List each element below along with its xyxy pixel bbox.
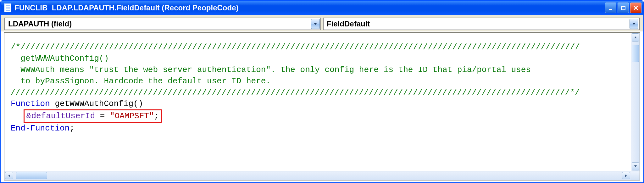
svg-rect-0 bbox=[609, 9, 612, 10]
editor-body: /*//////////////////////////////////////… bbox=[4, 33, 640, 171]
titlebar[interactable]: FUNCLIB_LDAP.LDAPAUTH.FieldDefault (Reco… bbox=[1, 1, 643, 15]
scroll-left-button[interactable] bbox=[5, 172, 13, 179]
field-selector-value: LDAPAUTH (field) bbox=[8, 19, 311, 28]
code-editor-window: FUNCLIB_LDAP.LDAPAUTH.FieldDefault (Reco… bbox=[0, 0, 644, 183]
window-controls bbox=[605, 3, 641, 13]
comment-line: /*//////////////////////////////////////… bbox=[11, 42, 580, 52]
scroll-down-button[interactable] bbox=[632, 162, 639, 170]
event-selector-value: FieldDefault bbox=[327, 19, 630, 28]
svg-rect-2 bbox=[621, 6, 625, 7]
minimize-button[interactable] bbox=[605, 3, 616, 13]
chevron-right-icon bbox=[625, 174, 627, 177]
vertical-scroll-thumb[interactable] bbox=[632, 45, 639, 62]
chevron-up-icon bbox=[634, 36, 637, 39]
maximize-icon bbox=[621, 5, 626, 10]
vertical-scroll-track[interactable] bbox=[631, 42, 640, 162]
field-selector[interactable]: LDAPAUTH (field) bbox=[4, 18, 321, 30]
comment-line: ////////////////////////////////////////… bbox=[11, 88, 580, 97]
horizontal-scroll-track[interactable] bbox=[14, 171, 621, 180]
scrollbar-corner bbox=[631, 171, 640, 180]
indent bbox=[11, 111, 25, 121]
vertical-scrollbar[interactable] bbox=[631, 33, 640, 171]
horizontal-scrollbar[interactable] bbox=[4, 171, 640, 180]
semicolon: ; bbox=[154, 111, 159, 121]
document-icon bbox=[4, 3, 11, 12]
selector-toolbar: LDAPAUTH (field) FieldDefault bbox=[1, 15, 643, 31]
horizontal-scroll-thumb[interactable] bbox=[16, 172, 47, 179]
minimize-icon bbox=[608, 5, 613, 10]
comment-line: WWWAuth means "trust the web server auth… bbox=[11, 65, 531, 75]
equals: = bbox=[95, 111, 110, 121]
semicolon: ; bbox=[69, 124, 75, 133]
scroll-right-button[interactable] bbox=[622, 172, 630, 179]
chevron-down-icon bbox=[634, 165, 637, 168]
close-icon bbox=[633, 5, 638, 10]
chevron-left-icon bbox=[8, 174, 10, 177]
function-name: getWWWAuthConfig() bbox=[50, 99, 143, 108]
comment-line: to byPassSignon. Hardcode the default us… bbox=[11, 76, 271, 86]
highlighted-line: &defaultUserId = "OAMPSFT"; bbox=[24, 109, 162, 123]
chevron-down-icon bbox=[314, 23, 317, 25]
string-literal: "OAMPSFT" bbox=[110, 111, 154, 121]
maximize-button[interactable] bbox=[618, 3, 629, 13]
chevron-down-icon bbox=[632, 23, 636, 25]
scroll-up-button[interactable] bbox=[632, 33, 639, 42]
close-button[interactable] bbox=[630, 3, 641, 13]
editor: /*//////////////////////////////////////… bbox=[4, 32, 640, 180]
variable: &defaultUserId bbox=[26, 111, 95, 121]
keyword-endfunction: End-Function bbox=[11, 124, 69, 133]
code-area[interactable]: /*//////////////////////////////////////… bbox=[4, 33, 631, 171]
field-selector-dropdown-button[interactable] bbox=[311, 19, 320, 29]
comment-line: getWWWAuthConfig() bbox=[11, 54, 109, 63]
window-title: FUNCLIB_LDAP.LDAPAUTH.FieldDefault (Reco… bbox=[14, 3, 605, 12]
keyword-function: Function bbox=[11, 99, 50, 108]
event-selector-dropdown-button[interactable] bbox=[630, 19, 638, 29]
event-selector[interactable]: FieldDefault bbox=[323, 18, 640, 30]
